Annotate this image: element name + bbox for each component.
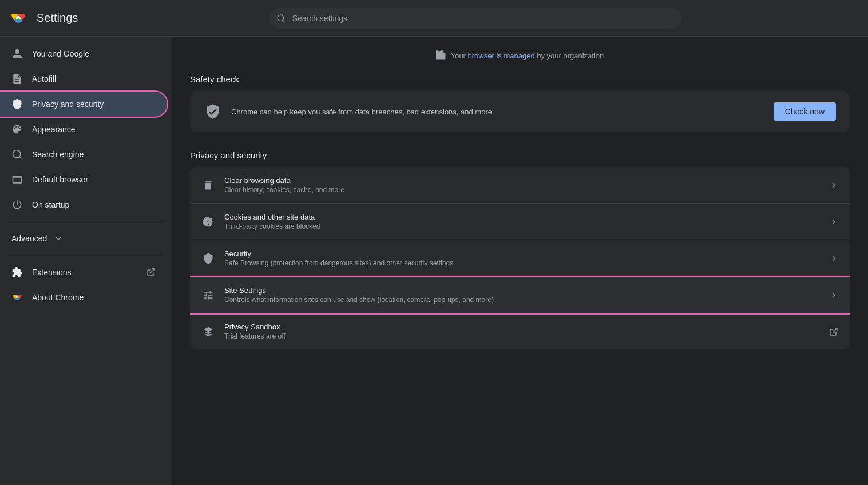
trash-icon — [201, 178, 215, 192]
sidebar-label-about-chrome: About Chrome — [32, 293, 84, 302]
settings-row-cookies[interactable]: Cookies and other site data Third-party … — [190, 204, 850, 240]
managed-icon — [436, 50, 446, 61]
sidebar-item-privacy-and-security[interactable]: Privacy and security — [0, 92, 167, 117]
sidebar-label-on-startup: On startup — [32, 200, 69, 209]
sidebar-item-appearance[interactable]: Appearance — [0, 117, 167, 142]
chevron-right-icon-security — [829, 254, 838, 263]
sidebar-item-autofill[interactable]: Autofill — [0, 66, 167, 92]
main-layout: You and Google Autofill Privacy and secu… — [0, 37, 868, 485]
row-content-cookies: Cookies and other site data Third-party … — [224, 213, 820, 230]
browser-icon — [11, 174, 23, 185]
extensions-icon — [11, 267, 23, 278]
row-subtitle-cookies: Third-party cookies are blocked — [224, 222, 820, 230]
sidebar-divider-1 — [9, 222, 162, 222]
privacy-section: Privacy and security Clear browsing data… — [190, 150, 850, 349]
autofill-icon — [11, 73, 23, 85]
sidebar-item-advanced[interactable]: Advanced — [0, 227, 172, 250]
managed-banner: Your browser is managed by your organiza… — [190, 50, 850, 61]
sidebar-label-advanced: Advanced — [11, 234, 47, 243]
sidebar: You and Google Autofill Privacy and secu… — [0, 37, 172, 485]
chevron-down-icon — [54, 234, 63, 243]
sidebar-item-you-and-google[interactable]: You and Google — [0, 41, 167, 66]
row-content-site-settings: Site Settings Controls what information … — [224, 286, 820, 304]
sliders-icon — [201, 288, 215, 302]
svg-point-2 — [278, 15, 284, 21]
svg-point-4 — [13, 150, 21, 158]
person-icon — [11, 48, 23, 59]
row-title-site-settings: Site Settings — [224, 286, 820, 295]
appearance-icon — [11, 124, 23, 135]
sandbox-icon — [201, 325, 215, 339]
managed-link[interactable]: browser is managed — [468, 51, 535, 60]
sidebar-item-on-startup[interactable]: On startup — [0, 192, 167, 217]
chevron-right-icon-clear-browsing — [829, 181, 838, 190]
row-title-privacy-sandbox: Privacy Sandbox — [224, 323, 820, 331]
external-link-icon-sandbox — [829, 327, 838, 336]
sidebar-label-you-and-google: You and Google — [32, 49, 89, 58]
row-title-cookies: Cookies and other site data — [224, 213, 820, 221]
row-title-security: Security — [224, 249, 820, 258]
about-chrome-icon — [11, 292, 23, 303]
search-nav-icon — [11, 149, 23, 160]
sidebar-item-default-browser[interactable]: Default browser — [0, 167, 167, 192]
settings-row-security[interactable]: Security Safe Browsing (protection from … — [190, 240, 850, 277]
settings-row-clear-browsing-data[interactable]: Clear browsing data Clear history, cooki… — [190, 167, 850, 204]
startup-icon — [11, 199, 23, 210]
managed-text: Your browser is managed by your organiza… — [451, 51, 604, 60]
row-content-security: Security Safe Browsing (protection from … — [224, 249, 820, 267]
row-content-privacy-sandbox: Privacy Sandbox Trial features are off — [224, 323, 820, 340]
chrome-logo — [9, 9, 27, 27]
sidebar-divider-2 — [9, 255, 162, 255]
content-area: Your browser is managed by your organiza… — [172, 37, 868, 485]
cookie-icon — [201, 215, 215, 229]
row-title-clear-browsing: Clear browsing data — [224, 176, 820, 185]
chevron-right-icon-cookies — [829, 217, 838, 226]
sidebar-label-privacy: Privacy and security — [32, 100, 104, 109]
svg-line-6 — [150, 269, 154, 273]
settings-row-privacy-sandbox[interactable]: Privacy Sandbox Trial features are off — [190, 313, 850, 349]
chevron-right-icon-site-settings — [829, 291, 838, 300]
page-title: Settings — [37, 11, 78, 25]
sidebar-label-default-browser: Default browser — [32, 175, 88, 184]
sidebar-label-appearance: Appearance — [32, 125, 76, 134]
svg-line-9 — [833, 328, 837, 332]
header: Settings — [0, 0, 868, 37]
safety-check-title: Safety check — [190, 74, 850, 84]
safety-check-icon — [204, 102, 222, 121]
safety-check-description: Chrome can help keep you safe from data … — [231, 108, 764, 116]
settings-card: Clear browsing data Clear history, cooki… — [190, 167, 850, 349]
sidebar-item-search-engine[interactable]: Search engine — [0, 142, 167, 167]
row-subtitle-site-settings: Controls what information sites can use … — [224, 296, 820, 304]
sidebar-item-extensions[interactable]: Extensions — [0, 260, 167, 285]
sidebar-label-search-engine: Search engine — [32, 150, 84, 159]
privacy-section-title: Privacy and security — [190, 150, 850, 160]
sidebar-label-autofill: Autofill — [32, 74, 56, 84]
settings-row-site-settings[interactable]: Site Settings Controls what information … — [190, 277, 850, 313]
search-bar — [269, 8, 681, 29]
row-subtitle-clear-browsing: Clear history, cookies, cache, and more — [224, 186, 820, 194]
svg-line-3 — [283, 20, 284, 22]
search-input[interactable] — [269, 8, 681, 29]
row-subtitle-security: Safe Browsing (protection from dangerous… — [224, 259, 820, 267]
svg-line-5 — [19, 157, 22, 159]
shield-icon — [11, 98, 23, 110]
external-link-icon — [146, 268, 156, 277]
row-content-clear-browsing: Clear browsing data Clear history, cooki… — [224, 176, 820, 194]
check-now-button[interactable]: Check now — [774, 102, 836, 121]
row-subtitle-privacy-sandbox: Trial features are off — [224, 332, 820, 340]
security-shield-icon — [201, 252, 215, 265]
sidebar-label-extensions: Extensions — [32, 268, 71, 277]
sidebar-item-about-chrome[interactable]: About Chrome — [0, 285, 167, 310]
search-icon — [276, 14, 286, 23]
safety-check-card: Chrome can help keep you safe from data … — [190, 91, 850, 132]
